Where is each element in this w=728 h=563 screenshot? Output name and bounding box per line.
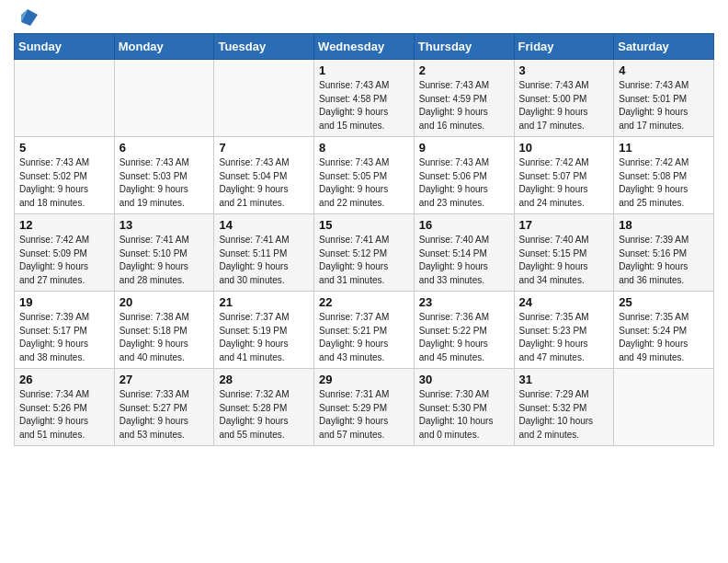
calendar-day-cell: 18Sunrise: 7:39 AM Sunset: 5:16 PM Dayli… [614,214,714,292]
day-info: Sunrise: 7:34 AM Sunset: 5:26 PM Dayligh… [19,388,109,442]
page-header [14,9,714,26]
calendar-day-cell: 6Sunrise: 7:43 AM Sunset: 5:03 PM Daylig… [114,137,214,214]
day-info: Sunrise: 7:42 AM Sunset: 5:09 PM Dayligh… [19,234,109,287]
day-info: Sunrise: 7:31 AM Sunset: 5:29 PM Dayligh… [319,388,409,442]
day-info: Sunrise: 7:43 AM Sunset: 5:01 PM Dayligh… [619,79,709,132]
day-number: 25 [619,295,709,309]
weekday-header: Thursday [414,34,514,60]
day-info: Sunrise: 7:37 AM Sunset: 5:19 PM Dayligh… [219,311,309,364]
calendar-day-cell: 12Sunrise: 7:42 AM Sunset: 5:09 PM Dayli… [15,214,115,292]
day-number: 26 [19,373,109,386]
day-number: 5 [19,141,109,155]
day-info: Sunrise: 7:42 AM Sunset: 5:07 PM Dayligh… [519,156,609,210]
day-number: 28 [219,373,309,386]
day-info: Sunrise: 7:43 AM Sunset: 4:59 PM Dayligh… [419,79,509,132]
day-info: Sunrise: 7:43 AM Sunset: 5:05 PM Dayligh… [319,156,409,210]
day-number: 12 [19,218,109,232]
calendar-week-row: 5Sunrise: 7:43 AM Sunset: 5:02 PM Daylig… [15,137,714,214]
day-info: Sunrise: 7:43 AM Sunset: 4:58 PM Dayligh… [319,79,409,132]
day-number: 22 [319,295,409,309]
calendar-day-cell: 23Sunrise: 7:36 AM Sunset: 5:22 PM Dayli… [414,292,514,369]
day-info: Sunrise: 7:39 AM Sunset: 5:17 PM Dayligh… [19,311,109,364]
day-info: Sunrise: 7:37 AM Sunset: 5:21 PM Dayligh… [319,311,409,364]
calendar-day-cell [614,369,714,446]
day-number: 20 [119,295,210,309]
day-number: 1 [319,63,409,77]
day-number: 24 [519,295,609,309]
calendar-day-cell: 3Sunrise: 7:43 AM Sunset: 5:00 PM Daylig… [514,60,614,137]
weekday-header: Tuesday [214,34,314,60]
calendar-day-cell: 27Sunrise: 7:33 AM Sunset: 5:27 PM Dayli… [114,369,214,446]
day-number: 9 [419,141,509,155]
day-info: Sunrise: 7:35 AM Sunset: 5:24 PM Dayligh… [619,311,709,364]
weekday-header: Monday [114,34,214,60]
day-info: Sunrise: 7:43 AM Sunset: 5:04 PM Dayligh… [219,156,309,210]
calendar-week-row: 26Sunrise: 7:34 AM Sunset: 5:26 PM Dayli… [15,369,714,446]
day-info: Sunrise: 7:35 AM Sunset: 5:23 PM Dayligh… [519,311,609,364]
logo-icon [17,6,38,26]
day-info: Sunrise: 7:41 AM Sunset: 5:12 PM Dayligh… [319,234,409,287]
calendar-day-cell: 4Sunrise: 7:43 AM Sunset: 5:01 PM Daylig… [614,60,714,137]
day-number: 13 [119,218,210,232]
calendar-day-cell: 30Sunrise: 7:30 AM Sunset: 5:30 PM Dayli… [414,369,514,446]
day-number: 27 [119,373,210,386]
calendar-day-cell: 24Sunrise: 7:35 AM Sunset: 5:23 PM Dayli… [514,292,614,369]
day-info: Sunrise: 7:41 AM Sunset: 5:11 PM Dayligh… [219,234,309,287]
weekday-header: Friday [514,34,614,60]
weekday-header: Saturday [614,34,714,60]
day-number: 29 [319,373,409,386]
calendar-day-cell: 2Sunrise: 7:43 AM Sunset: 4:59 PM Daylig… [414,60,514,137]
day-info: Sunrise: 7:36 AM Sunset: 5:22 PM Dayligh… [419,311,509,364]
calendar-week-row: 12Sunrise: 7:42 AM Sunset: 5:09 PM Dayli… [15,214,714,292]
calendar-week-row: 19Sunrise: 7:39 AM Sunset: 5:17 PM Dayli… [15,292,714,369]
calendar-day-cell: 17Sunrise: 7:40 AM Sunset: 5:15 PM Dayli… [514,214,614,292]
day-number: 4 [619,63,709,77]
calendar-header-row: SundayMondayTuesdayWednesdayThursdayFrid… [15,34,714,60]
weekday-header: Wednesday [314,34,415,60]
calendar-day-cell: 13Sunrise: 7:41 AM Sunset: 5:10 PM Dayli… [114,214,214,292]
day-info: Sunrise: 7:38 AM Sunset: 5:18 PM Dayligh… [119,311,210,364]
day-info: Sunrise: 7:40 AM Sunset: 5:14 PM Dayligh… [419,234,509,287]
day-number: 8 [319,141,409,155]
weekday-header: Sunday [15,34,115,60]
day-info: Sunrise: 7:29 AM Sunset: 5:32 PM Dayligh… [519,388,609,442]
calendar-day-cell: 15Sunrise: 7:41 AM Sunset: 5:12 PM Dayli… [314,214,415,292]
day-info: Sunrise: 7:40 AM Sunset: 5:15 PM Dayligh… [519,234,609,287]
day-number: 21 [219,295,309,309]
calendar-week-row: 1Sunrise: 7:43 AM Sunset: 4:58 PM Daylig… [15,60,714,137]
day-info: Sunrise: 7:42 AM Sunset: 5:08 PM Dayligh… [619,156,709,210]
day-number: 14 [219,218,309,232]
day-number: 7 [219,141,309,155]
day-info: Sunrise: 7:43 AM Sunset: 5:03 PM Dayligh… [119,156,210,210]
calendar-day-cell: 20Sunrise: 7:38 AM Sunset: 5:18 PM Dayli… [114,292,214,369]
day-number: 16 [419,218,509,232]
calendar-day-cell: 11Sunrise: 7:42 AM Sunset: 5:08 PM Dayli… [614,137,714,214]
calendar-day-cell [15,60,115,137]
day-info: Sunrise: 7:33 AM Sunset: 5:27 PM Dayligh… [119,388,210,442]
day-number: 31 [519,373,609,386]
calendar-day-cell: 5Sunrise: 7:43 AM Sunset: 5:02 PM Daylig… [15,137,115,214]
calendar-day-cell: 19Sunrise: 7:39 AM Sunset: 5:17 PM Dayli… [15,292,115,369]
calendar-day-cell: 14Sunrise: 7:41 AM Sunset: 5:11 PM Dayli… [214,214,314,292]
day-info: Sunrise: 7:39 AM Sunset: 5:16 PM Dayligh… [619,234,709,287]
day-number: 18 [619,218,709,232]
logo [14,9,38,26]
calendar-table: SundayMondayTuesdayWednesdayThursdayFrid… [14,33,714,446]
day-info: Sunrise: 7:41 AM Sunset: 5:10 PM Dayligh… [119,234,210,287]
day-number: 19 [19,295,109,309]
calendar-day-cell: 25Sunrise: 7:35 AM Sunset: 5:24 PM Dayli… [614,292,714,369]
calendar-day-cell: 22Sunrise: 7:37 AM Sunset: 5:21 PM Dayli… [314,292,415,369]
calendar-day-cell: 29Sunrise: 7:31 AM Sunset: 5:29 PM Dayli… [314,369,415,446]
day-info: Sunrise: 7:43 AM Sunset: 5:00 PM Dayligh… [519,79,609,132]
calendar-day-cell: 31Sunrise: 7:29 AM Sunset: 5:32 PM Dayli… [514,369,614,446]
day-info: Sunrise: 7:30 AM Sunset: 5:30 PM Dayligh… [419,388,509,442]
day-number: 6 [119,141,210,155]
day-number: 2 [419,63,509,77]
day-number: 30 [419,373,509,386]
calendar-day-cell: 21Sunrise: 7:37 AM Sunset: 5:19 PM Dayli… [214,292,314,369]
day-number: 10 [519,141,609,155]
day-number: 15 [319,218,409,232]
calendar-day-cell: 26Sunrise: 7:34 AM Sunset: 5:26 PM Dayli… [15,369,115,446]
calendar-day-cell: 1Sunrise: 7:43 AM Sunset: 4:58 PM Daylig… [314,60,415,137]
calendar-day-cell: 7Sunrise: 7:43 AM Sunset: 5:04 PM Daylig… [214,137,314,214]
